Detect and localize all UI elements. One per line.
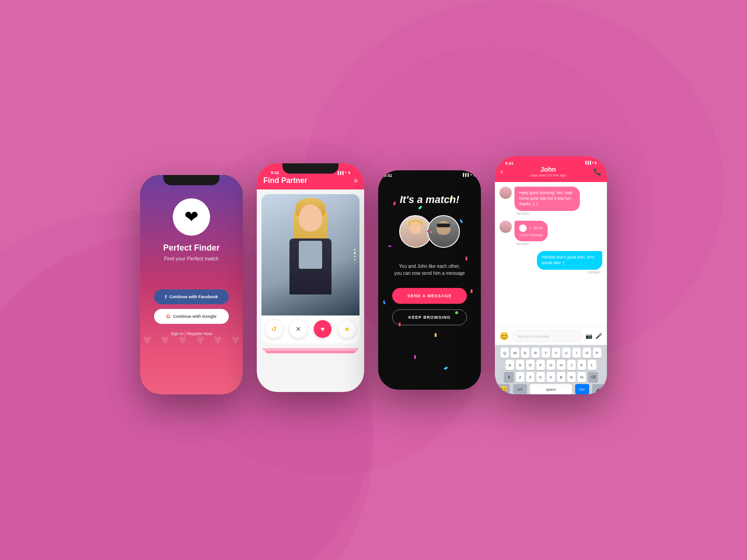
- key-k[interactable]: K: [578, 360, 586, 370]
- emoji-keyboard-key[interactable]: 😊: [497, 384, 510, 394]
- google-icon: G: [166, 314, 170, 319]
- mic-keyboard-key[interactable]: 🎤: [592, 384, 605, 394]
- message-received-2: ▶ 00:27 Voice message 09:43am: [500, 221, 602, 246]
- phone-login: ♥ ♥ ♥ ♥ ♥ ♥ ❤ Perfect Finder Find your P…: [140, 175, 243, 394]
- key-v[interactable]: V: [547, 372, 555, 382]
- key-t[interactable]: T: [542, 348, 550, 358]
- key-s[interactable]: S: [516, 360, 524, 370]
- refresh-button[interactable]: ↺: [265, 320, 283, 338]
- shirt: [299, 241, 322, 269]
- dislike-button[interactable]: ✕: [289, 320, 307, 338]
- message-sent-1: Hehehe that's great then, let's speak la…: [500, 251, 602, 274]
- google-login-button[interactable]: G Continue with Google: [154, 309, 229, 324]
- sender-avatar-1: [500, 187, 512, 199]
- key-e[interactable]: E: [521, 348, 529, 358]
- play-button[interactable]: ▶: [519, 224, 527, 232]
- status-time-3: 9:41: [384, 173, 392, 178]
- key-q[interactable]: Q: [500, 348, 509, 358]
- like-button[interactable]: ♥: [314, 320, 331, 338]
- key-n[interactable]: N: [567, 372, 576, 382]
- keyboard-row-4: 😊 123 space Go 🎤: [497, 384, 605, 394]
- message-input[interactable]: Type your message: [512, 330, 583, 342]
- status-icons-2: ▐▐▐ ▾ ▮: [337, 171, 350, 175]
- heart-icon-2: ♥: [430, 230, 433, 234]
- heart-icon: ♥: [321, 325, 324, 333]
- profile-image: [261, 194, 359, 315]
- dot-1: [354, 249, 356, 251]
- app-name: Perfect Finder: [163, 243, 219, 253]
- key-g[interactable]: G: [547, 360, 555, 370]
- phone-find-partner: 9:41 ▐▐▐ ▾ ▮ Find Partner ≡: [257, 163, 364, 392]
- key-c[interactable]: C: [536, 372, 545, 382]
- key-i[interactable]: I: [572, 348, 581, 358]
- key-o[interactable]: O: [583, 348, 591, 358]
- key-z[interactable]: Z: [516, 372, 524, 382]
- confetti-1: [393, 202, 396, 206]
- keep-browsing-button[interactable]: KEEP BROWSING: [392, 309, 467, 325]
- status-time-4: 9:41: [505, 161, 514, 166]
- delete-key[interactable]: ⌫: [588, 372, 598, 382]
- space-key[interactable]: space: [530, 384, 572, 394]
- signal-icon: ▐▐▐: [337, 171, 344, 175]
- app-logo: ❤: [173, 198, 210, 236]
- signal-icon-4: ▐▐▐: [584, 161, 591, 164]
- numbers-key[interactable]: 123: [513, 384, 527, 394]
- voice-message: ▶ 00:27: [519, 224, 543, 232]
- profile-actions: ↺ ✕ ♥ ★: [261, 315, 359, 342]
- key-l[interactable]: L: [588, 360, 596, 370]
- dot-4: [354, 259, 356, 261]
- heart-icon-1: ♥: [427, 229, 430, 234]
- battery-icon-4: ▮: [595, 161, 597, 164]
- confetti-12: [383, 300, 386, 304]
- camera-button[interactable]: 📷: [585, 333, 592, 339]
- msg-time-1: 09:42am: [514, 212, 580, 215]
- chat-input-area: 😊 Type your message 📷 🎤: [495, 327, 607, 345]
- go-key[interactable]: Go: [575, 384, 589, 394]
- profile-name-area: Amanda, 28 Oak Street, New York: [261, 342, 359, 343]
- key-x[interactable]: X: [526, 372, 535, 382]
- facebook-login-button[interactable]: f Continue with Facebook: [154, 289, 229, 304]
- key-f[interactable]: F: [536, 360, 545, 370]
- message-received-1: Heey good morning! Yes i was home quite …: [500, 187, 602, 215]
- google-btn-label: Continue with Google: [173, 314, 217, 319]
- status-icons-3: ▐▐▐ ▾ ▮: [462, 173, 475, 178]
- sign-in-link[interactable]: Sign in: [171, 331, 184, 336]
- msg-bubble-1: Heey good morning! Yes i was home quite …: [514, 187, 580, 211]
- key-b[interactable]: B: [557, 372, 565, 382]
- send-message-button[interactable]: SEND A MESSAGE: [392, 288, 467, 304]
- superlike-button[interactable]: ★: [338, 320, 356, 338]
- person-silhouette: [261, 194, 359, 315]
- key-w[interactable]: W: [511, 348, 519, 358]
- shift-key[interactable]: ⬆: [504, 372, 514, 382]
- app-tagline: Find your Perfect match: [164, 256, 219, 261]
- confetti-13: [471, 289, 472, 293]
- key-j[interactable]: J: [567, 360, 576, 370]
- voice-waveform: [529, 228, 531, 229]
- key-r[interactable]: R: [531, 348, 540, 358]
- msg-col-3: Hehehe that's great then, let's speak la…: [537, 251, 602, 274]
- keyboard: Q W E R T Y U I O P A S D F G: [495, 345, 607, 394]
- microphone-button[interactable]: 🎤: [595, 333, 602, 339]
- key-y[interactable]: Y: [552, 348, 560, 358]
- notch-4: [523, 156, 579, 167]
- register-link[interactable]: Register Now: [187, 331, 212, 336]
- profile-card: ↺ ✕ ♥ ★ Amanda, 28 Oak Street, New York: [261, 194, 359, 343]
- call-icon[interactable]: 📞: [593, 168, 601, 175]
- hamburger-menu-icon[interactable]: ≡: [354, 177, 358, 184]
- key-a[interactable]: A: [506, 360, 514, 370]
- profile-scroll-dots: [354, 249, 356, 261]
- key-h[interactable]: H: [557, 360, 565, 370]
- msg-text-1: Heey good morning! Yes i was home quite …: [519, 190, 572, 206]
- notch-3: [402, 170, 458, 181]
- send-message-label: SEND A MESSAGE: [408, 294, 452, 298]
- key-d[interactable]: D: [526, 360, 535, 370]
- key-p[interactable]: P: [593, 348, 601, 358]
- key-u[interactable]: U: [562, 348, 571, 358]
- logo-heart-icon: ❤: [184, 209, 198, 225]
- wifi-icon-4: ▾: [592, 161, 594, 164]
- confetti-15: [444, 366, 448, 370]
- emoji-button[interactable]: 😊: [500, 332, 509, 341]
- msg-time-3: 09:50am: [586, 271, 602, 274]
- key-m[interactable]: M: [578, 372, 586, 382]
- match-hearts: ♥ ♥: [427, 229, 433, 234]
